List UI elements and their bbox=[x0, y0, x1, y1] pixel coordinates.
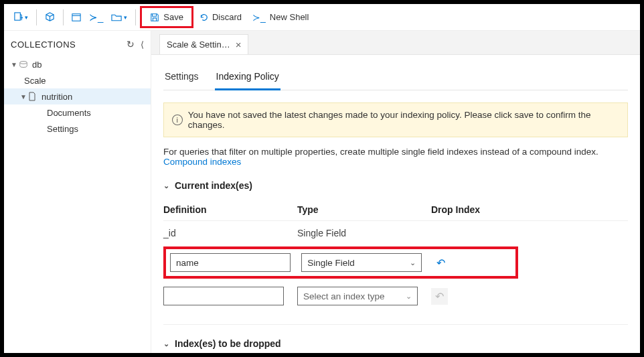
save-icon bbox=[150, 13, 159, 22]
discard-label: Discard bbox=[212, 12, 242, 22]
tab-indexing-policy[interactable]: Indexing Policy bbox=[215, 66, 280, 90]
terminal-icon: ≻_ bbox=[252, 12, 266, 23]
sidebar-title: COLLECTIONS bbox=[11, 40, 76, 50]
compound-indexes-link[interactable]: Compound indexes bbox=[163, 157, 241, 167]
svg-rect-0 bbox=[15, 13, 20, 20]
section-drop-indexes[interactable]: ⌄ Index(es) to be dropped bbox=[163, 338, 628, 349]
close-icon[interactable]: × bbox=[236, 40, 242, 50]
info-icon: i bbox=[172, 115, 183, 125]
chevron-down-icon: ⌄ bbox=[406, 292, 412, 301]
tree-nutrition[interactable]: ▼ nutrition bbox=[4, 88, 151, 104]
save-button[interactable]: Save bbox=[145, 9, 189, 25]
chevron-down-icon: ▾ bbox=[25, 14, 28, 21]
banner-text: You have not saved the latest changes ma… bbox=[188, 110, 619, 130]
col-drop: Drop Index bbox=[431, 204, 511, 215]
tree-label: nutrition bbox=[39, 92, 72, 102]
col-type: Type bbox=[297, 204, 431, 215]
caret-down-icon: ▼ bbox=[9, 61, 19, 68]
table-row: Select an index type ⌄ ↶ bbox=[163, 280, 628, 312]
tree-settings[interactable]: Settings bbox=[4, 121, 151, 137]
tabstrip: Scale & Settin… × bbox=[151, 31, 640, 55]
type-select[interactable]: Single Field ⌄ bbox=[301, 253, 422, 272]
caret-down-icon: ▼ bbox=[19, 93, 28, 100]
chevron-down-icon: ▾ bbox=[124, 14, 127, 21]
tree-documents[interactable]: Documents bbox=[4, 104, 151, 121]
tree-scale[interactable]: Scale bbox=[4, 72, 151, 88]
divider bbox=[163, 324, 628, 325]
main: Scale & Settin… × Settings Indexing Poli… bbox=[151, 31, 640, 353]
new-item-button[interactable]: ▾ bbox=[9, 9, 32, 25]
cell-definition: _id bbox=[163, 228, 297, 238]
tab-settings[interactable]: Settings bbox=[163, 66, 200, 90]
undo-button-disabled: ↶ bbox=[431, 288, 448, 305]
newshell-label: New Shell bbox=[270, 12, 309, 22]
cell-type: Single Field bbox=[297, 228, 431, 238]
chevron-down-icon: ⌄ bbox=[163, 340, 169, 348]
file-tab-label: Scale & Settin… bbox=[167, 40, 230, 50]
new-shell-button[interactable]: ≻_ New Shell bbox=[247, 9, 314, 25]
section-current-indexes[interactable]: ⌄ Current index(es) bbox=[163, 180, 628, 191]
highlight-save: Save bbox=[140, 6, 193, 28]
chevron-down-icon: ⌄ bbox=[163, 182, 169, 190]
tree: ▼ db Scale ▼ nutrition Doc bbox=[4, 56, 151, 137]
command-bar: ▾ ≻_ ▾ Save bbox=[4, 4, 640, 31]
table-row: _id Single Field bbox=[163, 221, 628, 245]
col-definition: Definition bbox=[163, 204, 297, 215]
unsaved-banner: i You have not saved the latest changes … bbox=[163, 102, 628, 137]
divider bbox=[63, 9, 64, 25]
index-table: Definition Type Drop Index _id Single Fi… bbox=[163, 199, 628, 312]
definition-input[interactable] bbox=[163, 287, 284, 305]
refresh-icon[interactable]: ↻ bbox=[127, 39, 135, 50]
highlight-row: Single Field ⌄ ↶ bbox=[163, 246, 518, 279]
terminal-icon-button[interactable]: ≻_ bbox=[85, 9, 107, 26]
cube-icon-button[interactable] bbox=[41, 9, 59, 25]
content-tabs: Settings Indexing Policy bbox=[163, 66, 628, 90]
save-label: Save bbox=[163, 12, 183, 22]
sidebar: COLLECTIONS ↻ ⟨ ▼ db Scale ▼ bbox=[4, 31, 151, 353]
divider bbox=[36, 9, 37, 25]
divider bbox=[135, 9, 136, 25]
tree-db[interactable]: ▼ db bbox=[4, 56, 151, 72]
database-icon bbox=[19, 60, 29, 68]
help-text: For queries that filter on multiple prop… bbox=[163, 147, 628, 167]
discard-button[interactable]: Discard bbox=[193, 9, 247, 25]
undo-button[interactable]: ↶ bbox=[432, 257, 449, 269]
folder-icon-button[interactable]: ▾ bbox=[107, 10, 131, 25]
tree-label: Settings bbox=[44, 124, 78, 134]
svg-point-3 bbox=[20, 61, 27, 64]
definition-input[interactable] bbox=[170, 253, 291, 272]
undo-icon bbox=[199, 13, 208, 22]
file-tab[interactable]: Scale & Settin… × bbox=[159, 34, 248, 54]
svg-rect-1 bbox=[72, 13, 80, 21]
document-icon bbox=[28, 92, 39, 101]
tree-label: db bbox=[29, 60, 42, 70]
panel-icon-button[interactable] bbox=[68, 10, 85, 25]
tree-label: Scale bbox=[21, 76, 46, 86]
type-select[interactable]: Select an index type ⌄ bbox=[297, 287, 418, 305]
chevron-down-icon: ⌄ bbox=[410, 259, 416, 267]
tree-label: Documents bbox=[44, 108, 91, 118]
collapse-icon[interactable]: ⟨ bbox=[135, 40, 145, 50]
